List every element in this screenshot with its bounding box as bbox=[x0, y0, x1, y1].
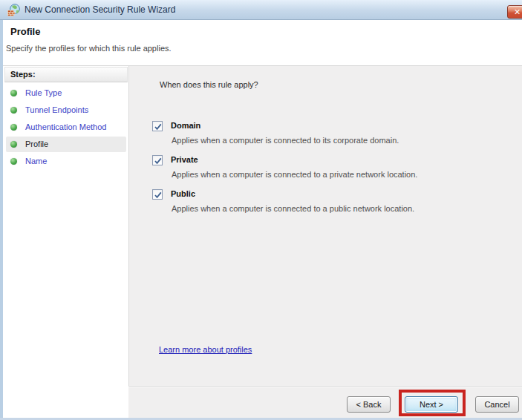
page-subtitle: Specify the profiles for which this rule… bbox=[6, 44, 172, 53]
domain-checkbox[interactable] bbox=[152, 121, 163, 131]
next-button[interactable]: Next > bbox=[405, 396, 458, 413]
firewall-wizard-icon bbox=[7, 4, 20, 16]
checkmark-icon bbox=[153, 156, 163, 166]
step-label: Name bbox=[25, 154, 47, 169]
checkmark-icon bbox=[153, 122, 163, 132]
profile-row-public: Public Applies when a computer is connec… bbox=[152, 188, 501, 217]
step-label: Authentication Method bbox=[25, 119, 106, 135]
sidebar-item-rule-type[interactable]: Rule Type bbox=[6, 85, 126, 101]
wizard-header: Profile Specify the profiles for which t… bbox=[3, 20, 522, 65]
step-bullet-icon bbox=[10, 158, 17, 165]
sidebar-item-name[interactable]: Name bbox=[6, 154, 126, 169]
domain-description: Applies when a computer is connected to … bbox=[172, 136, 399, 145]
private-description: Applies when a computer is connected to … bbox=[172, 170, 417, 179]
step-bullet-icon bbox=[10, 90, 17, 96]
back-button[interactable]: < Back bbox=[347, 396, 391, 413]
sidebar-item-authentication-method[interactable]: Authentication Method bbox=[6, 119, 126, 135]
step-label: Tunnel Endpoints bbox=[25, 102, 88, 118]
checkmark-icon bbox=[153, 190, 163, 200]
step-label: Rule Type bbox=[25, 85, 62, 101]
step-bullet-icon bbox=[10, 124, 17, 131]
page-title: Profile bbox=[10, 26, 40, 37]
question-text: When does this rule apply? bbox=[160, 80, 258, 89]
step-bullet-icon bbox=[10, 107, 17, 114]
button-bar bbox=[128, 387, 522, 418]
cancel-button[interactable]: Cancel bbox=[475, 396, 519, 413]
public-label: Public bbox=[171, 189, 195, 198]
public-checkbox[interactable] bbox=[152, 189, 163, 200]
profile-row-private: Private Applies when a computer is conne… bbox=[152, 154, 501, 183]
private-checkbox[interactable] bbox=[152, 155, 163, 165]
title-bar: New Connection Security Rule Wizard ✕ bbox=[0, 0, 522, 20]
public-description: Applies when a computer is connected to … bbox=[172, 204, 414, 213]
domain-label: Domain bbox=[171, 121, 200, 130]
profile-row-domain: Domain Applies when a computer is connec… bbox=[152, 119, 501, 149]
sidebar-item-tunnel-endpoints[interactable]: Tunnel Endpoints bbox=[6, 102, 126, 118]
window-title: New Connection Security Rule Wizard bbox=[25, 0, 175, 19]
step-bullet-icon bbox=[10, 141, 17, 148]
close-button[interactable]: ✕ bbox=[507, 5, 522, 19]
private-label: Private bbox=[171, 155, 198, 164]
content-panel bbox=[128, 66, 522, 386]
steps-sidebar: Steps: Rule Type Tunnel Endpoints Authen… bbox=[3, 66, 128, 418]
steps-heading: Steps: bbox=[4, 67, 128, 82]
sidebar-item-profile[interactable]: Profile bbox=[6, 137, 126, 152]
step-label: Profile bbox=[25, 137, 48, 152]
learn-more-link[interactable]: Learn more about profiles bbox=[159, 345, 252, 354]
